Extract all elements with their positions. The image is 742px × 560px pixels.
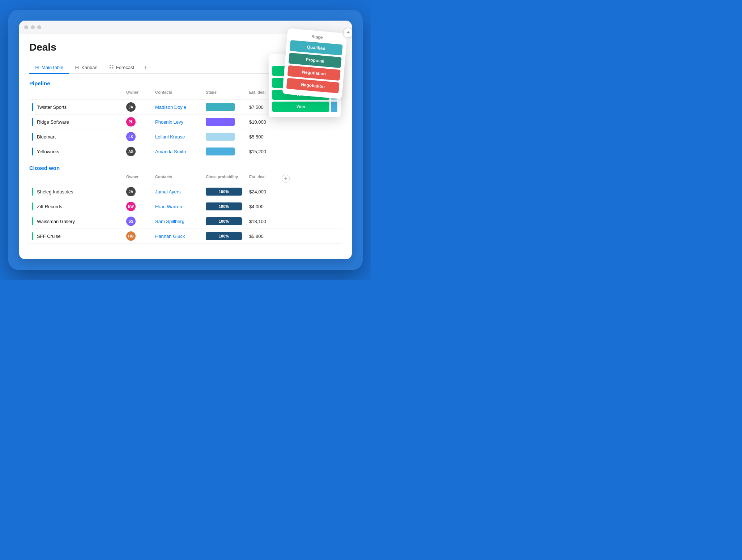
row-indicator-c2 [32,202,33,210]
outer-wrapper: Deals ··· ⊞ Main table ⊟ Kanban ☷ Foreca… [8,10,363,270]
row-indicator-c4 [32,232,33,240]
window-dot-3 [37,25,41,29]
stage-bar-twister [206,103,235,111]
avatar-waissman: SS [126,217,136,226]
col-contacts-closed: Contacts [155,175,206,183]
main-table-icon: ⊞ [35,64,39,70]
est-deal-yelloworks: $15,200 [249,149,282,154]
col-contacts-pipeline: Contacts [155,90,206,98]
closed-row-2: Zift Records EW Elian Warren 100% $4,000 [29,199,342,214]
avatar-yelloworks: AS [126,147,136,156]
avatar-zift: EW [126,202,136,211]
tab-kanban-label: Kanban [81,65,98,70]
forecast-mini-4 [331,102,337,112]
row-name-zift: Zift Records [32,202,126,210]
tab-kanban[interactable]: ⊟ Kanban [69,61,103,74]
stage-bar-yelloworks [206,148,235,155]
prob-bar-sff: 100% [206,232,242,240]
contact-sam[interactable]: Sam Spillberg [155,219,206,224]
content-area: Deals ··· ⊞ Main table ⊟ Kanban ☷ Foreca… [19,34,352,251]
section-gap [29,159,342,165]
contact-elian[interactable]: Elian Warren [155,204,206,209]
est-deal-bluemart: $5,500 [249,134,282,140]
avatar-sff: HG [126,231,136,241]
stage-bar-ridge [206,118,235,126]
est-deal-sheleg: $24,000 [249,189,282,194]
window-dot-2 [31,25,35,29]
col-name-closed [32,175,126,183]
tab-forecast[interactable]: ☷ Forecast [103,61,140,74]
row-name-ridge: Ridge Software [32,118,126,126]
row-name-waissman: Waissman Gallery [32,217,126,225]
stage-popup-title: Stage [291,32,344,42]
row-indicator [32,103,33,111]
contact-amanda[interactable]: Amanda Smith [155,149,206,154]
est-deal-waissman: $18,100 [249,219,282,224]
prob-bar-waissman: 100% [206,217,242,225]
contact-madison[interactable]: Madison Doyle [155,104,206,110]
row-name-bluemart: Bluemart [32,133,126,141]
row-indicator-3 [32,133,33,141]
stage-negotiation-2[interactable]: Negotiation [286,78,340,94]
kanban-icon: ⊟ [75,64,79,70]
row-name-yelloworks: Yelloworks [32,148,126,155]
est-deal-ridge: $10,000 [249,119,282,125]
stage-popup: + ▲ Stage Qualified Proposal Negotiation… [282,28,347,99]
col-name-pipeline [32,90,126,98]
closed-won-table-header: Owner Contacts Close probability Est. de… [29,173,342,184]
est-deal-sff: $5,800 [249,234,282,239]
col-owner-closed: Owner [126,175,155,183]
tab-forecast-label: Forecast [116,65,135,70]
row-name-sheleg: Sheleg Industries [32,188,126,196]
avatar-bluemart: LK [126,132,136,141]
stage-bar-bluemart [206,133,235,141]
forecast-row-4: Won [272,102,337,112]
row-indicator-c3 [32,217,33,225]
app-window: Deals ··· ⊞ Main table ⊟ Kanban ☷ Foreca… [19,21,352,259]
col-prob-closed: Close probability [206,175,249,183]
prob-bar-sheleg: 100% [206,188,242,196]
pipeline-row-4: Yelloworks AS Amanda Smith $15,200 [29,144,342,159]
closed-row-1: Sheleg Industries JA Jamal Ayers 100% $2… [29,184,342,199]
row-indicator-c1 [32,188,33,196]
add-tab-button[interactable]: + [140,61,150,73]
pipeline-row-3: Bluemart LK Leilani Krause $5,500 [29,129,342,144]
row-name-sff: SFF Cruise [32,232,126,240]
row-name-twister: Twister Sports [32,103,126,111]
col-stage-pipeline: Stage [206,90,249,98]
closed-won-section-header: Closed won [29,165,342,171]
contact-leilani[interactable]: Leilani Krause [155,134,206,140]
avatar-twister: JA [126,102,136,112]
pipeline-section-title: Pipeline [29,80,50,86]
closed-won-section-title: Closed won [29,165,60,171]
closed-row-4: SFF Cruise HG Hannah Gluck 100% $5,800 [29,229,342,244]
closed-row-3: Waissman Gallery SS Sam Spillberg 100% $… [29,214,342,229]
prob-bar-zift: 100% [206,202,242,210]
col-owner-pipeline: Owner [126,90,155,98]
row-indicator-4 [32,148,33,155]
row-indicator-2 [32,118,33,126]
contact-phoenix[interactable]: Phoenix Levy [155,119,206,125]
est-deal-zift: $4,000 [249,204,282,209]
tab-main-table-label: Main table [42,65,63,70]
forecast-icon: ☷ [109,64,114,70]
contact-hannah[interactable]: Hannah Gluck [155,234,206,239]
col-estdeal-closed: Est. deal [249,175,282,183]
add-col-closed[interactable]: + [282,175,290,183]
tab-main-table[interactable]: ⊞ Main table [29,61,69,74]
avatar-ridge: PL [126,117,136,127]
avatar-sheleg: JA [126,187,136,196]
window-dot-1 [24,25,28,29]
forecast-won-4[interactable]: Won [272,102,329,112]
contact-jamal[interactable]: Jamal Ayers [155,189,206,194]
